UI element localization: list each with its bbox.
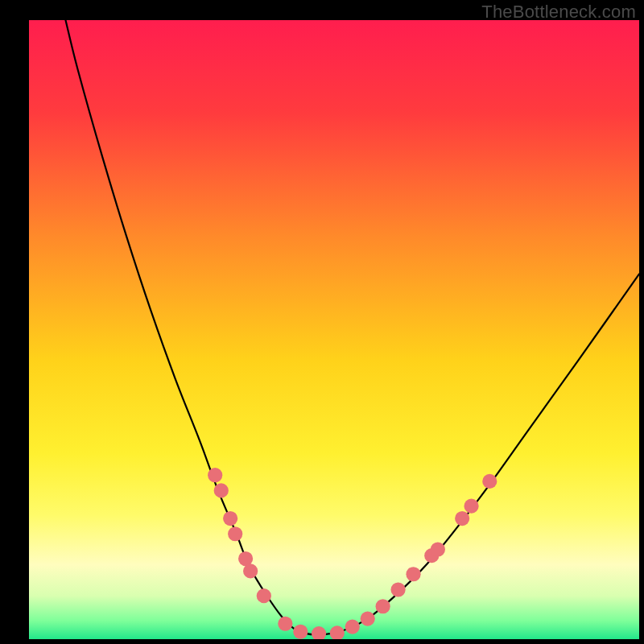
highlight-dot <box>243 564 258 578</box>
highlight-dot <box>406 567 420 581</box>
chart-frame: TheBottleneck.com <box>0 0 644 644</box>
curve-layer <box>29 20 639 639</box>
highlight-dots <box>208 468 497 639</box>
plot-inner <box>29 20 639 639</box>
watermark-text: TheBottleneck.com <box>481 2 636 23</box>
highlight-dot <box>312 626 326 639</box>
highlight-dot <box>390 582 405 597</box>
highlight-dot <box>464 499 478 514</box>
highlight-dot <box>278 617 292 631</box>
highlight-dot <box>455 511 469 526</box>
plot-area <box>29 20 639 639</box>
highlight-dot <box>482 474 497 489</box>
highlight-dot <box>223 511 237 526</box>
highlight-dot <box>293 625 308 639</box>
bottleneck-curve <box>65 20 639 634</box>
highlight-dot <box>345 620 360 634</box>
highlight-dot <box>228 526 242 541</box>
highlight-dot <box>257 588 271 603</box>
highlight-dot <box>376 599 390 613</box>
highlight-dot <box>431 542 445 556</box>
highlight-dot <box>330 625 345 639</box>
highlight-dot <box>361 612 375 626</box>
highlight-dot <box>208 468 222 482</box>
highlight-dot <box>214 483 229 497</box>
